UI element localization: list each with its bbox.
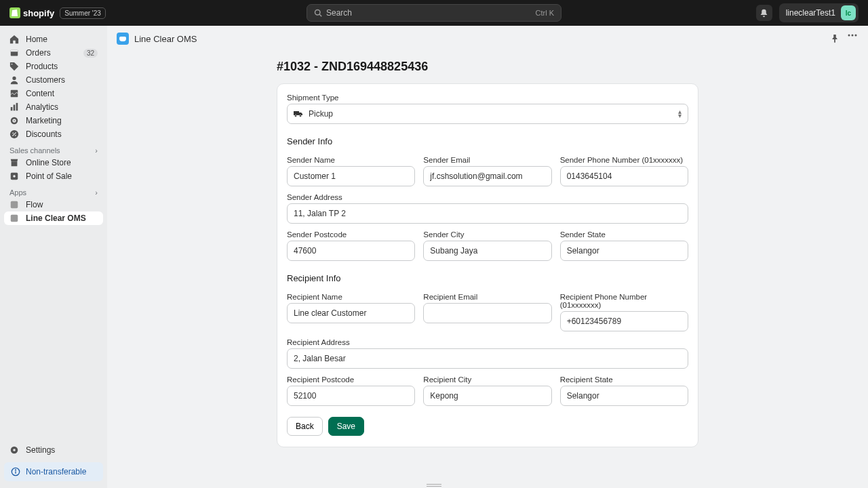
svg-point-22 xyxy=(13,449,16,451)
search-placeholder: Search xyxy=(326,8,352,18)
svg-point-12 xyxy=(14,120,15,121)
channels-header-label: Sales channels xyxy=(9,146,60,155)
content: #1032 - ZND169448825436 Shipment Type Pi… xyxy=(277,60,698,447)
recipient-phone-label: Recipient Phone Number (01xxxxxxx) xyxy=(560,293,688,309)
orders-icon xyxy=(9,48,19,58)
sidebar-item-label: Analytics xyxy=(26,102,58,112)
more-button[interactable] xyxy=(846,33,859,45)
sidebar-item-label: Marketing xyxy=(26,116,62,125)
account-name: lineclearTest1 xyxy=(786,8,835,18)
svg-point-4 xyxy=(12,64,13,65)
sidebar-channel-pos[interactable]: Point of Sale xyxy=(4,169,103,183)
gear-icon xyxy=(9,445,19,455)
sidebar-item-content[interactable]: Content xyxy=(4,87,103,100)
content-icon xyxy=(9,89,19,98)
search-input[interactable]: Search Ctrl K xyxy=(307,4,561,22)
topbar: shopify Summer '23 Search Ctrl K linecle… xyxy=(0,0,868,26)
sidebar-item-marketing[interactable]: Marketing xyxy=(4,114,103,127)
home-icon xyxy=(9,35,19,44)
sidebar-app-line-clear[interactable]: Line Clear OMS xyxy=(4,211,103,225)
chevron-right-icon[interactable]: › xyxy=(95,188,98,197)
sender-name-input[interactable] xyxy=(287,166,415,186)
sidebar-item-label: Point of Sale xyxy=(26,171,72,181)
topbar-right: lineclearTest1 lc xyxy=(756,3,859,22)
discounts-icon xyxy=(9,129,19,139)
sidebar-item-label: Flow xyxy=(26,200,43,209)
products-icon xyxy=(9,62,19,71)
sender-address-input[interactable] xyxy=(287,203,688,224)
sidebar-item-analytics[interactable]: Analytics xyxy=(4,100,103,114)
svg-rect-9 xyxy=(16,103,18,110)
sidebar-item-label: Products xyxy=(26,62,58,71)
svg-point-18 xyxy=(13,175,16,178)
truck-icon xyxy=(294,110,303,117)
sender-state-input[interactable] xyxy=(560,241,688,261)
recipient-postcode-label: Recipient Postcode xyxy=(287,375,415,384)
recipient-info-title: Recipient Info xyxy=(287,273,688,283)
marketing-icon xyxy=(9,116,19,125)
recipient-phone-input[interactable] xyxy=(560,311,688,331)
sidebar-item-label: Content xyxy=(26,89,54,98)
search-shortcut: Ctrl K xyxy=(536,9,555,17)
recipient-email-label: Recipient Email xyxy=(423,293,551,301)
sidebar-item-settings[interactable]: Settings xyxy=(4,443,103,457)
recipient-address-input[interactable] xyxy=(287,348,688,369)
sidebar-channels-header: Sales channels › xyxy=(4,141,103,156)
svg-point-15 xyxy=(15,135,16,136)
account-menu[interactable]: lineclearTest1 lc xyxy=(779,3,859,22)
page-header: Line Clear OMS xyxy=(107,26,868,52)
orders-badge: 32 xyxy=(83,49,98,58)
chevron-right-icon[interactable]: › xyxy=(95,146,98,155)
recipient-name-input[interactable] xyxy=(287,303,415,323)
sidebar-item-orders[interactable]: Orders 32 xyxy=(4,46,103,60)
sender-state-label: Sender State xyxy=(560,230,688,239)
sender-postcode-input[interactable] xyxy=(287,241,415,261)
svg-rect-20 xyxy=(11,215,18,222)
svg-line-1 xyxy=(319,14,321,16)
sender-address-label: Sender Address xyxy=(287,193,688,201)
sender-email-input[interactable] xyxy=(423,166,551,186)
shipment-card: Shipment Type Pickup ▴▾ Sender Info Send… xyxy=(277,83,698,447)
svg-point-14 xyxy=(12,132,14,134)
sidebar-item-customers[interactable]: Customers xyxy=(4,73,103,87)
sidebar-channel-online-store[interactable]: Online Store xyxy=(4,156,103,169)
sidebar-item-discounts[interactable]: Discounts xyxy=(4,127,103,141)
save-button[interactable]: Save xyxy=(328,417,364,436)
shipment-type-label: Shipment Type xyxy=(287,94,688,102)
sidebar-app-flow[interactable]: Flow xyxy=(4,198,103,211)
brand-text: shopify xyxy=(23,8,54,18)
recipient-email-input[interactable] xyxy=(423,303,551,323)
pin-button[interactable] xyxy=(829,33,841,45)
avatar: lc xyxy=(841,5,856,20)
recipient-name-label: Recipient Name xyxy=(287,293,415,301)
notifications-button[interactable] xyxy=(756,5,772,21)
recipient-state-input[interactable] xyxy=(560,386,688,406)
svg-point-0 xyxy=(315,10,321,16)
svg-point-5 xyxy=(12,77,16,80)
recipient-city-input[interactable] xyxy=(423,386,551,406)
sender-email-label: Sender Email xyxy=(423,156,551,164)
app-header-title: Line Clear OMS xyxy=(134,34,197,44)
sidebar-item-label: Home xyxy=(26,35,47,44)
store-icon xyxy=(9,158,19,167)
resize-handle[interactable] xyxy=(427,484,441,487)
shopify-bag-icon xyxy=(9,7,20,18)
back-button[interactable]: Back xyxy=(287,417,323,436)
sidebar-item-home[interactable]: Home xyxy=(4,33,103,46)
svg-point-25 xyxy=(16,470,16,470)
sender-phone-input[interactable] xyxy=(560,166,688,186)
sidebar-item-label: Discounts xyxy=(26,129,62,139)
svg-point-28 xyxy=(855,35,857,37)
nontransferable-pill[interactable]: Non-transferable xyxy=(4,462,103,481)
brand-logo[interactable]: shopify xyxy=(9,7,54,18)
recipient-postcode-input[interactable] xyxy=(287,386,415,406)
sidebar-item-products[interactable]: Products xyxy=(4,60,103,73)
sender-city-input[interactable] xyxy=(423,241,551,261)
app-header-icon xyxy=(117,33,129,45)
svg-rect-19 xyxy=(11,201,18,209)
edition-pill[interactable]: Summer '23 xyxy=(60,7,106,19)
sender-postcode-label: Sender Postcode xyxy=(287,230,415,239)
topbar-left: shopify Summer '23 xyxy=(9,7,106,19)
shipment-type-select[interactable]: Pickup ▴▾ xyxy=(287,104,688,124)
svg-rect-29 xyxy=(294,111,299,115)
